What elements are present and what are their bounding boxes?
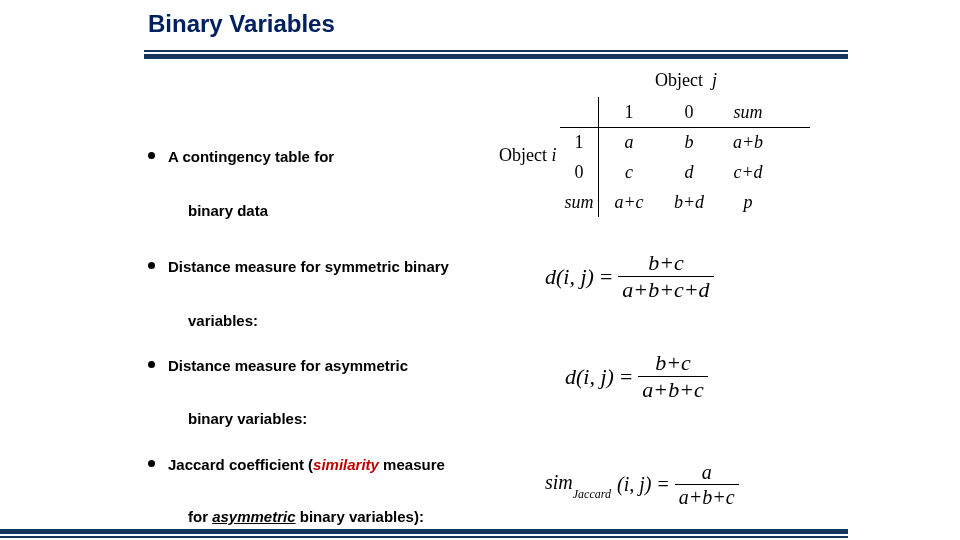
equals: = <box>657 473 668 496</box>
row-0-stub: 0 <box>560 162 598 183</box>
bullet-3-line-1: Distance measure for asymmetric <box>168 357 408 374</box>
jaccard-denominator: a+b+c <box>675 485 739 509</box>
object-i-text: Object <box>499 145 547 165</box>
bullet-2-line-1: Distance measure for symmetric binary <box>168 258 449 275</box>
symmetric-distance-formula: d(i, j) = b+c a+b+c+d <box>545 250 714 303</box>
bullet-3-line-2: binary variables: <box>188 408 488 429</box>
bullet-2-line-2: variables: <box>188 310 488 331</box>
cell-c: c <box>598 162 660 183</box>
bullet-4-line-2-post: binary variables): <box>296 508 424 525</box>
asymmetric-fraction: b+c a+b+c <box>638 350 707 403</box>
bullet-4-line-2-pre: for <box>188 508 212 525</box>
jaccard-subscript: Jaccard <box>573 487 611 501</box>
equals: = <box>600 264 612 290</box>
row-1-stub: 1 <box>560 132 598 153</box>
sim-word: sim <box>545 471 573 493</box>
sim-args: (i, j) <box>617 473 651 496</box>
cell-p: p <box>718 192 778 213</box>
sym-numerator: b+c <box>644 250 688 276</box>
bullet-symmetric: Distance measure for symmetric binary <box>168 256 488 277</box>
symmetric-fraction: b+c a+b+c+d <box>618 250 713 303</box>
bullet-icon <box>148 262 155 269</box>
slide-title: Binary Variables <box>148 10 335 38</box>
table-header-row: 1 0 sum <box>560 97 778 127</box>
asymmetric-distance-formula: d(i, j) = b+c a+b+c <box>565 350 708 403</box>
cell-d: d <box>660 162 718 183</box>
cell-c-plus-d: c+d <box>718 162 778 183</box>
table-row-1: 1 a b a+b <box>560 127 778 157</box>
object-i-label: Object i <box>499 145 557 166</box>
table-row-sum: sum a+c b+d p <box>560 187 778 217</box>
table-vrule <box>598 97 599 217</box>
bullet-icon <box>148 152 155 159</box>
slide: Binary Variables A contingency table for… <box>0 0 960 540</box>
title-rule <box>144 50 848 52</box>
bullet-icon <box>148 361 155 368</box>
bullet-4-line-2: for asymmetric binary variables): <box>188 506 528 527</box>
bullet-asymmetric: Distance measure for asymmetric <box>168 355 468 376</box>
col-sum-header: sum <box>718 102 778 123</box>
cell-b: b <box>660 132 718 153</box>
bullet-1-line-1: A contingency table for <box>168 148 334 165</box>
table-hrule <box>560 127 810 128</box>
sym-denominator: a+b+c+d <box>618 277 713 303</box>
jaccard-numerator: a <box>698 460 716 484</box>
table-row-0: 0 c d c+d <box>560 157 778 187</box>
bullet-1-line-2: binary data <box>188 200 488 221</box>
bullet-icon <box>148 460 155 467</box>
cell-a-plus-c: a+c <box>598 192 660 213</box>
cell-a: a <box>598 132 660 153</box>
bullet-4-line-1-post: measure <box>379 456 445 473</box>
bullet-4-line-1-pre: Jaccard coefficient ( <box>168 456 313 473</box>
contingency-table: 1 0 sum 1 a b a+b 0 c d c+d sum a+c b+d … <box>560 97 778 217</box>
jaccard-fraction: a a+b+c <box>675 460 739 509</box>
object-i-var: i <box>551 145 556 165</box>
row-sum-stub: sum <box>560 192 598 213</box>
cell-a-plus-b: a+b <box>718 132 778 153</box>
cell-b-plus-d: b+d <box>660 192 718 213</box>
dij-lhs: d(i, j) <box>545 264 594 290</box>
equals: = <box>620 364 632 390</box>
jaccard-formula: simJaccard (i, j) = a a+b+c <box>545 460 739 509</box>
asym-denominator: a+b+c <box>638 377 707 403</box>
similarity-word: similarity <box>313 456 379 473</box>
footer-rule <box>0 529 848 534</box>
object-j-var: j <box>712 70 717 90</box>
object-j-label: Object j <box>655 70 717 91</box>
col-0-header: 0 <box>660 102 718 123</box>
sim-name: simJaccard <box>545 471 611 498</box>
bullet-contingency: A contingency table for <box>168 146 468 167</box>
asym-numerator: b+c <box>651 350 695 376</box>
object-j-text: Object <box>655 70 703 90</box>
col-1-header: 1 <box>598 102 660 123</box>
bullet-jaccard: Jaccard coefficient (similarity measure <box>168 454 508 475</box>
dij-lhs: d(i, j) <box>565 364 614 390</box>
asymmetric-word: asymmetric <box>212 508 295 525</box>
